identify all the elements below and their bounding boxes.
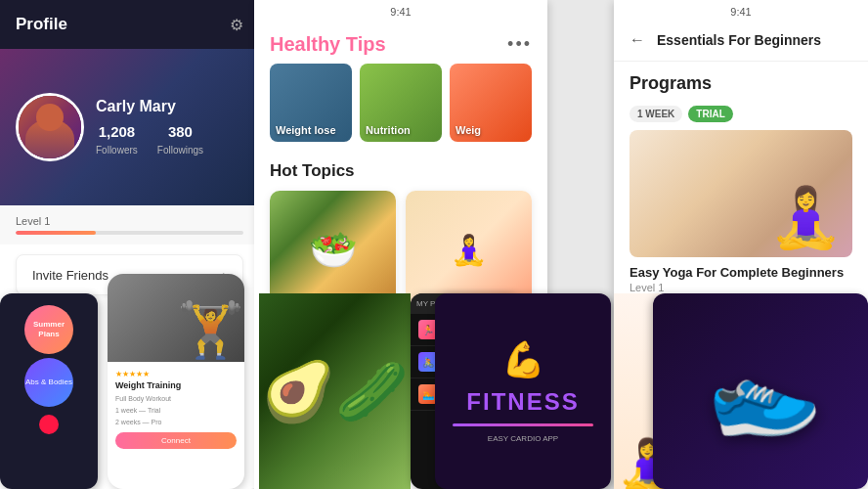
category-weig[interactable]: Weig xyxy=(450,64,532,142)
category-nutrition[interactable]: Nutrition xyxy=(360,64,442,142)
profile-title: Profile xyxy=(16,15,67,34)
following-stat: 380 Followings xyxy=(157,123,203,157)
more-options-icon[interactable]: ••• xyxy=(507,34,532,55)
sp2-content: ★★★★★ Weight Training Full Body Workout … xyxy=(108,362,244,457)
followers-stat: 1,208 Followers xyxy=(96,123,138,157)
profile-header: Profile ⚙ xyxy=(0,0,259,49)
level-fill xyxy=(16,231,96,235)
program1-image: 🧘‍♀️ xyxy=(629,130,852,257)
essentials-header: ← Essentials For Beginners xyxy=(614,20,868,62)
gear-icon[interactable]: ⚙ xyxy=(230,16,243,34)
small-phone-content: Summer Plans Abs & Bodies xyxy=(0,293,98,489)
category-weight-loss[interactable]: Weight lose xyxy=(270,64,352,142)
cat-weig-label: Weig xyxy=(450,118,487,142)
sp2-hero-figure: 🏋️ xyxy=(177,298,244,362)
fitness-logo-accent: NESS xyxy=(507,388,579,415)
sp-circle-2: Abs & Bodies xyxy=(24,358,73,407)
profile-name: Carly Mary xyxy=(96,98,243,115)
following-label: Followings xyxy=(157,145,203,156)
fitness-profile-mini: EASY CARDIO APP xyxy=(488,434,558,443)
following-count: 380 xyxy=(157,123,203,140)
panel-fitness-logo: 💪 FITNESS EASY CARDIO APP xyxy=(435,293,611,489)
healthy-title: Healthy Tips xyxy=(270,33,386,56)
back-button[interactable]: ← xyxy=(629,31,645,49)
sp2-connect-button[interactable]: Connect xyxy=(115,432,237,449)
shoe-emoji: 👟 xyxy=(694,328,826,455)
profile-info: Carly Mary 1,208 Followers 380 Following… xyxy=(96,98,243,157)
sp-circle-1: Summer Plans xyxy=(24,305,73,354)
panel-shoe: 👟 xyxy=(653,293,868,489)
level-label: Level 1 xyxy=(16,215,243,227)
mosaic-layout: Profile ⚙ Carly Mary 1,208 Followers xyxy=(0,0,868,489)
sp-dot xyxy=(39,415,59,434)
fitness-bar xyxy=(453,423,593,426)
panel-food-image: 🥑🥒 xyxy=(259,293,411,489)
profile-stats: 1,208 Followers 380 Followings xyxy=(96,123,243,157)
food-emoji: 🥑🥒 xyxy=(262,357,409,426)
program1-badges: 1 WEEK TRIAL xyxy=(629,106,733,122)
programs-title: Programs xyxy=(629,73,852,94)
essentials-title: Essentials For Beginners xyxy=(657,32,821,48)
cat-weight-label: Weight lose xyxy=(270,118,342,142)
cat-nutrition-label: Nutrition xyxy=(360,118,416,142)
sp2-subtitle: Full Body Workout xyxy=(115,394,237,404)
panel-small-phone-2: 🏋️ ★★★★★ Weight Training Full Body Worko… xyxy=(108,274,244,489)
followers-label: Followers xyxy=(96,145,138,156)
level-bar xyxy=(16,231,243,235)
panel-small-phone-1: Summer Plans Abs & Bodies xyxy=(0,293,98,489)
essentials-status-bar: 9:41 xyxy=(614,0,868,20)
fitness-logo-text: FIT xyxy=(466,388,507,415)
followers-count: 1,208 xyxy=(96,123,138,140)
profile-hero: Carly Mary 1,208 Followers 380 Following… xyxy=(0,49,259,205)
fitness-logo: FITNESS xyxy=(466,388,579,416)
program1-name: Easy Yoga For Complete Beginners xyxy=(629,265,852,280)
fitness-icon: 💪 xyxy=(501,339,545,380)
yoga-figure-icon: 🧘‍♀️ xyxy=(769,183,843,252)
program1-level: Level 1 xyxy=(629,282,852,293)
sp2-hero-image: 🏋️ xyxy=(108,274,244,362)
tip-categories: Weight lose Nutrition Weig xyxy=(254,64,547,154)
healthy-header: Healthy Tips ••• xyxy=(254,20,547,64)
profile-level-section: Level 1 xyxy=(0,205,259,244)
avatar xyxy=(16,93,84,161)
sp2-stars: ★★★★★ xyxy=(115,370,237,378)
avatar-image xyxy=(19,96,81,158)
topic-salad-image: 🥗 xyxy=(270,191,396,308)
invite-text: Invite Friends xyxy=(32,268,108,283)
sp2-title: Weight Training xyxy=(115,380,237,390)
topic-yoga-image: 🧘‍♀️ xyxy=(406,191,532,308)
healthy-status-bar: 9:41 xyxy=(254,0,547,20)
hot-topics-header: Hot Topics xyxy=(254,154,547,191)
badge-trial: TRIAL xyxy=(688,106,732,122)
badge-1week: 1 WEEK xyxy=(629,106,682,122)
